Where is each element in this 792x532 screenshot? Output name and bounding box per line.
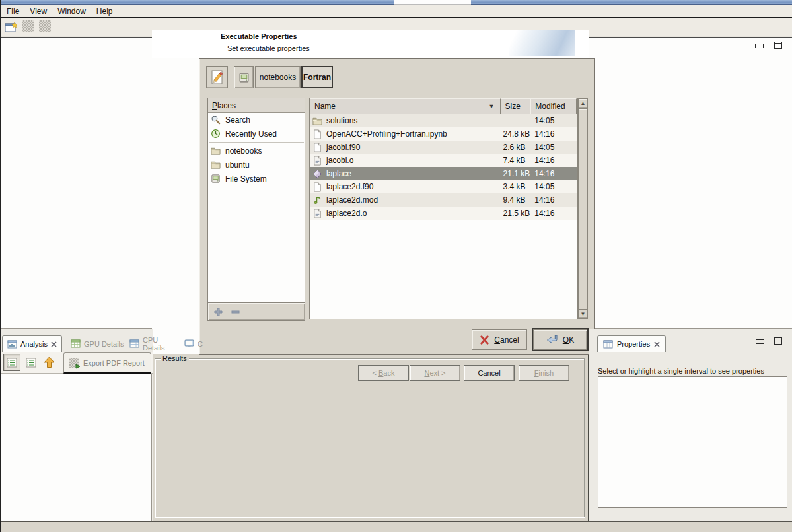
remove-place-icon[interactable] [231, 308, 240, 316]
place-item-search[interactable]: Search [208, 113, 305, 127]
drive-icon [211, 174, 221, 183]
ok-label: OK [563, 335, 574, 345]
folder-icon [211, 146, 221, 156]
menu-view[interactable]: View [30, 7, 47, 16]
new-session-button[interactable] [4, 20, 18, 34]
file-row-jacobi.o[interactable]: jacobi.o7.4 kB14:16 [310, 154, 577, 167]
places-panel: Places SearchRecently Usednotebooksubunt… [207, 98, 305, 302]
wizard-banner-graphic [509, 30, 575, 56]
file-modified: 14:05 [530, 116, 577, 125]
file-row-laplace2d.mod[interactable]: laplace2d.mod9.4 kB14:16 [310, 193, 577, 207]
column-header-modified[interactable]: Modified [530, 98, 577, 114]
column-header-name[interactable]: Name ▼ [310, 98, 501, 114]
results-group-label: Results [161, 354, 189, 362]
ok-button[interactable]: OK [533, 329, 587, 350]
object-file-icon [312, 156, 322, 166]
analysis-icon [7, 340, 17, 349]
drive-path-button[interactable] [234, 66, 254, 88]
wizard-banner: Executable Properties Set executable pro… [152, 30, 589, 58]
cpu-details-icon [129, 339, 139, 348]
close-icon[interactable] [51, 341, 57, 347]
menu-help[interactable]: Help [96, 7, 113, 16]
object-file-icon [312, 209, 322, 218]
file-row-laplace[interactable]: laplace21.1 kB14:16 [310, 167, 577, 180]
wizard-title: Executable Properties [221, 32, 297, 40]
list-view-icon [7, 358, 17, 368]
file-list-header: Name ▼ Size Modified [310, 98, 577, 114]
place-item-ubuntu[interactable]: ubuntu [208, 158, 305, 172]
tab-cpu-details[interactable]: CPU Details [125, 335, 170, 352]
export-pdf-report-button[interactable]: Export PDF Report [63, 352, 151, 374]
place-item-recently-used[interactable]: Recently Used [208, 127, 305, 141]
up-level-button[interactable] [40, 354, 57, 371]
tab-c[interactable]: C [180, 335, 207, 352]
properties-panel: Properties Select or highlight a single … [589, 329, 792, 521]
cancel-button[interactable]: Cancel [472, 329, 527, 350]
module-icon [312, 195, 322, 205]
file-row-OpenACC+Profiling+Fortran.ipynb[interactable]: OpenACC+Profiling+Fortran.ipynb24.8 kB14… [310, 127, 577, 141]
file-icon [312, 129, 322, 139]
place-label: Recently Used [225, 129, 277, 139]
console-icon [184, 339, 194, 348]
menu-window[interactable]: Window [57, 7, 86, 16]
file-chooser-dialog: notebooksFortran Places SearchRecently U… [199, 58, 595, 355]
scrollbar-thumb[interactable] [578, 108, 588, 310]
file-size: 3.4 kB [501, 182, 531, 191]
maximize-icon[interactable] [774, 337, 782, 345]
file-name-cell: jacobi.o [310, 156, 501, 166]
guided-analysis-view-button[interactable] [3, 354, 20, 371]
path-button-notebooks[interactable]: notebooks [255, 66, 301, 88]
tab-label: GPU Details [84, 340, 124, 348]
tab-analysis[interactable]: Analysis [2, 335, 62, 352]
place-item-file-system[interactable]: File System [208, 172, 305, 185]
add-place-icon[interactable] [214, 308, 223, 316]
file-name: laplace2d.mod [326, 195, 378, 205]
unguided-analysis-view-button[interactable] [22, 354, 40, 371]
file-list-scrollbar[interactable]: ▲ ▼ [577, 98, 587, 319]
recently-used-icon [211, 129, 221, 139]
ok-arrow-icon [546, 335, 558, 345]
file-name-cell: laplace [310, 169, 501, 179]
wizard-subtitle: Set executable properties [227, 44, 310, 52]
tab-properties[interactable]: Properties [597, 335, 666, 352]
disabled-toolbar-icon [22, 20, 34, 32]
cancel-button[interactable]: Cancel [464, 365, 515, 381]
status-strip [1, 521, 792, 532]
file-row-jacobi.f90[interactable]: jacobi.f902.6 kB14:05 [310, 141, 577, 154]
finish-button[interactable]: Finish [519, 365, 569, 381]
file-name-cell: laplace2d.mod [310, 195, 501, 205]
next-button[interactable]: Next > [410, 365, 460, 381]
file-size: 2.6 kB [501, 143, 531, 152]
back-button[interactable]: < Back [358, 365, 409, 381]
file-row-solutions[interactable]: solutions14:05 [310, 114, 577, 127]
file-name: jacobi.o [326, 156, 353, 165]
up-arrow-icon [44, 356, 55, 368]
places-header[interactable]: Places [208, 98, 305, 113]
file-size: 21.1 kB [501, 169, 531, 178]
tab-gpu-details[interactable]: GPU Details [66, 335, 129, 352]
drive-icon [238, 72, 250, 83]
type-filename-button[interactable] [206, 66, 228, 88]
file-row-laplace2d.f90[interactable]: laplace2d.f903.4 kB14:05 [310, 180, 577, 193]
place-item-notebooks[interactable]: notebooks [208, 144, 305, 158]
button-label: Finish [534, 369, 554, 377]
executable-icon [312, 169, 322, 179]
file-name: jacobi.f90 [326, 143, 360, 152]
file-size: 7.4 kB [501, 156, 531, 165]
maximize-icon[interactable] [774, 42, 782, 49]
scroll-down-icon[interactable]: ▼ [578, 309, 588, 319]
path-button-fortran[interactable]: Fortran [301, 66, 333, 88]
minimize-icon[interactable] [756, 339, 764, 344]
place-label: notebooks [225, 147, 262, 156]
scroll-up-icon[interactable]: ▲ [578, 98, 588, 108]
minimize-icon[interactable] [755, 44, 764, 48]
menu-file[interactable]: File [7, 7, 19, 16]
file-rows: solutions14:05OpenACC+Profiling+Fortran.… [310, 114, 577, 220]
foreground-window-titlebar-fragment [394, 0, 471, 5]
results-group-box: Results [155, 358, 585, 517]
places-list: SearchRecently UsednotebooksubuntuFile S… [208, 113, 305, 185]
file-row-laplace2d.o[interactable]: laplace2d.o21.5 kB14:16 [310, 207, 577, 220]
column-header-size[interactable]: Size [501, 98, 531, 114]
file-name: laplace2d.o [326, 209, 367, 218]
close-icon[interactable] [654, 341, 660, 347]
